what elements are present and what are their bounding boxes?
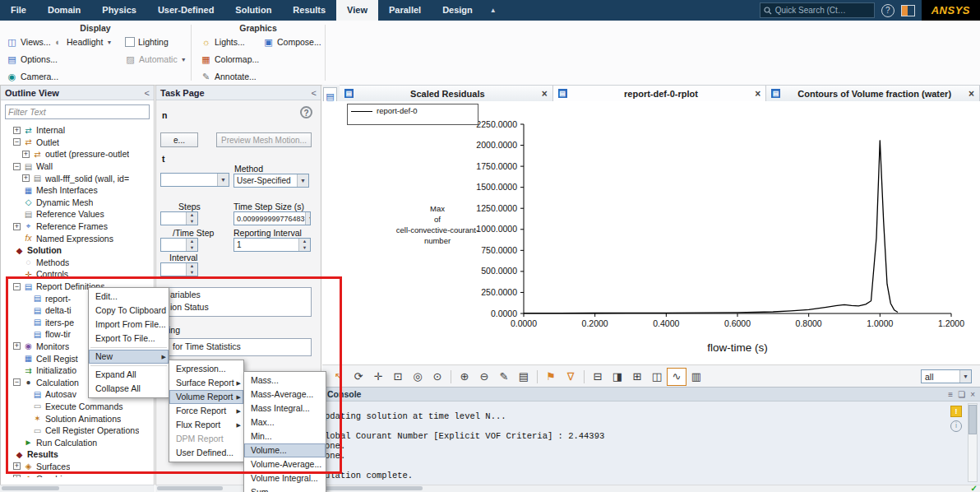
expand-icon[interactable]: + (13, 342, 21, 350)
tree-item-graphics[interactable]: +◆Graphics (1, 472, 153, 477)
tree-item-solution-animations[interactable]: ✶Solution Animations (1, 412, 153, 425)
expand-icon[interactable]: + (22, 174, 30, 182)
shade-tool[interactable]: ◨ (608, 368, 627, 386)
tree-item-mesh-interfaces[interactable]: ▦Mesh Interfaces (1, 184, 153, 197)
expand-icon[interactable]: + (13, 475, 21, 477)
colormap-button[interactable]: ▦ Colormap... (201, 53, 259, 66)
close-icon[interactable]: × (968, 88, 974, 100)
reporting-interval-spinner[interactable]: 1▲▼ (233, 238, 311, 252)
magnify-tool[interactable]: ◎ (408, 368, 428, 386)
camera-button[interactable]: ◉ Camera... (7, 70, 58, 83)
menu-item-sum[interactable]: Sum... (244, 485, 326, 492)
tree-item-wall-fff-solid-wall-id[interactable]: +▤wall-fff_solid (wall, id= (1, 172, 153, 184)
method-dropdown[interactable]: User-Specified▼ (233, 174, 309, 188)
zoom-window-tool[interactable]: ⊡ (388, 368, 408, 386)
center-view-tool[interactable]: ⊙ (428, 368, 447, 386)
task-help-icon[interactable]: ? (300, 106, 312, 118)
time-statistics-box[interactable]: for Time Statistics (167, 338, 312, 356)
console-close-icon[interactable]: × (970, 390, 975, 399)
headlight-button[interactable]: ◐ Headlight▼ (53, 35, 112, 49)
case-button[interactable]: e... (160, 132, 198, 147)
menu-item-export-to-file[interactable]: Export To File... (89, 332, 169, 346)
lighting-checkbox[interactable]: Lighting (125, 35, 169, 49)
spinner-arrows[interactable]: ▲▼ (186, 263, 197, 276)
help-icon[interactable]: ? (881, 4, 894, 17)
menu-item-volume-report[interactable]: Volume Report▶ (169, 390, 243, 404)
collapse-icon[interactable]: − (13, 138, 21, 146)
snap-tool[interactable]: ⊟ (588, 368, 608, 386)
filter-tool[interactable]: ∇ (561, 368, 580, 386)
time-step-size-input[interactable]: 0.009999999776483▼ (233, 211, 311, 225)
tree-item-run-calculation[interactable]: ►Run Calculation (1, 436, 153, 448)
type-dropdown[interactable]: ▼ (160, 173, 229, 187)
scrollbar-thumb[interactable] (968, 405, 977, 434)
panel-collapse-icon[interactable]: < (145, 88, 150, 98)
copy-screen-tool[interactable]: ▤ (514, 368, 534, 386)
tree-item-methods[interactable]: ◌Methods (1, 257, 153, 269)
variables-item[interactable]: ariables (168, 288, 311, 301)
checkbox-icon[interactable] (125, 37, 135, 47)
iterations-spinner[interactable]: ▲▼ (160, 238, 198, 252)
menu-item-flux-report[interactable]: Flux Report▶ (169, 418, 243, 432)
menu-item-volume-integral[interactable]: Volume Integral... (244, 471, 326, 485)
plot-canvas[interactable]: 0.0000250.0000500.0000750.00001000.00001… (322, 101, 980, 364)
tree-item-reference-frames[interactable]: +⌖Reference Frames (1, 220, 153, 233)
menu-item-user-defined[interactable]: User Defined... (169, 446, 243, 460)
tree-item-reference-values[interactable]: ▤Reference Values (1, 208, 153, 220)
console-scrollbar[interactable] (968, 403, 978, 482)
probe-tool[interactable]: ✎ (494, 368, 514, 386)
spinner-arrows[interactable]: ▲▼ (298, 239, 310, 251)
graphics-tab-report-def-0-rplot[interactable]: ▤report-def-0-rplot× (553, 85, 767, 101)
zoom-out-tool[interactable]: ⊖ (474, 368, 494, 386)
expand-icon[interactable]: + (13, 223, 21, 230)
menubar-tab-domain[interactable]: Domain (37, 0, 91, 21)
collapse-icon[interactable]: − (13, 283, 21, 290)
tree-item-surfaces[interactable]: +◈Surfaces (1, 461, 153, 473)
graphics-tab-contours-of-volume-fraction-water[interactable]: ▤Contours of Volume fraction (water)× (766, 85, 980, 101)
close-icon[interactable]: × (755, 88, 760, 100)
scrollbar-thumb[interactable] (324, 486, 423, 490)
pan-tool[interactable]: ✛ (368, 368, 388, 386)
menubar-tab-physics[interactable]: Physics (91, 0, 147, 21)
collapse-icon[interactable]: − (13, 378, 21, 386)
grid-tool[interactable]: ⊞ (627, 368, 647, 386)
expand-icon[interactable]: + (22, 151, 30, 158)
annotate-button[interactable]: ✎ Annotate... (201, 70, 257, 83)
report-tool[interactable]: ▥ (686, 368, 706, 386)
steps-spinner[interactable]: ▲▼ (160, 211, 198, 225)
tree-item-solution[interactable]: ◆Solution (1, 244, 153, 257)
menu-item-volume[interactable]: Volume... (244, 443, 326, 457)
volume-tool[interactable]: ◫ (647, 368, 667, 386)
menu-item-min[interactable]: Min... (244, 429, 326, 443)
status-list-box[interactable]: ariables ion Status (167, 287, 312, 317)
options-button[interactable]: ▤ Options... (7, 53, 58, 66)
tree-item-outlet-pressure-outlet[interactable]: +⇄outlet (pressure-outlet (1, 148, 153, 160)
spinner-arrows[interactable]: ▲▼ (186, 239, 197, 251)
menu-item-mass[interactable]: Mass... (244, 374, 326, 388)
layout-panel-icon[interactable] (901, 5, 915, 16)
console-horizontal-scrollbar[interactable]: ✓ (322, 485, 980, 492)
ribbon-collapse-icon[interactable]: ▲ (483, 0, 503, 21)
panel-collapse-icon[interactable]: < (312, 88, 317, 98)
close-icon[interactable]: × (542, 88, 548, 100)
spinner-arrows[interactable]: ▲▼ (186, 212, 197, 225)
menubar-tab-file[interactable]: File (0, 0, 37, 21)
zoom-in-tool[interactable]: ⊕ (455, 368, 474, 386)
menu-item-force-report[interactable]: Force Report▶ (169, 404, 243, 418)
expand-icon[interactable]: + (13, 127, 21, 134)
menu-item-expression[interactable]: Expression... (169, 362, 243, 376)
console-float-icon[interactable]: ❏ (958, 390, 965, 399)
warning-icon[interactable]: ! (950, 406, 962, 417)
menubar-tab-user-defined[interactable]: User-Defined (147, 0, 224, 21)
menu-item-mass-average[interactable]: Mass-Average... (244, 388, 326, 401)
menu-item-copy-to-clipboard[interactable]: Copy To Clipboard (89, 304, 169, 318)
select-tool[interactable]: ↖ (329, 368, 349, 386)
menubar-tab-solution[interactable]: Solution (224, 0, 282, 21)
tree-item-internal[interactable]: +⇄Internal (1, 124, 153, 137)
info-icon[interactable]: i (950, 420, 962, 432)
menu-item-new[interactable]: New▶ (89, 350, 169, 364)
menu-item-import-from-file[interactable]: Import From File... (89, 318, 169, 332)
menubar-tab-design[interactable]: Design (432, 0, 483, 21)
expand-icon[interactable]: + (13, 462, 21, 470)
views-button[interactable]: ◫ Views... (7, 35, 51, 49)
